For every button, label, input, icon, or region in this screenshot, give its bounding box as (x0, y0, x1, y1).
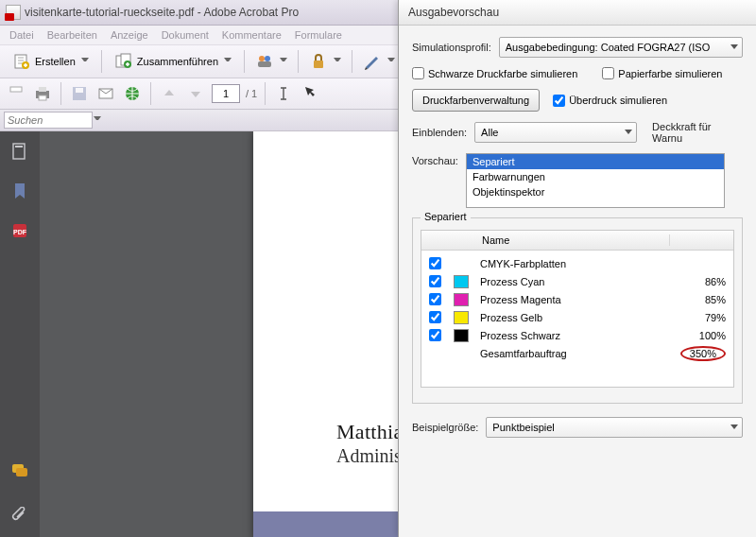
page-total: / 1 (246, 88, 257, 99)
chevron-down-icon (387, 58, 395, 65)
show-combo[interactable]: Alle (474, 122, 637, 143)
combine-label: Zusammenführen (137, 56, 218, 67)
svg-rect-7 (258, 61, 271, 67)
chk-overprint[interactable]: Überdruck simulieren (553, 95, 667, 107)
separations-legend: Separiert (421, 211, 471, 222)
bookmark-panel-icon[interactable] (9, 181, 30, 201)
plate-checkbox[interactable] (429, 275, 441, 287)
separations-table: Name CMYK-FarbplattenProzess Cyan86%Proz… (421, 230, 734, 388)
secure-button[interactable] (304, 48, 346, 75)
samplesize-combo[interactable]: Punktbeispiel (486, 417, 743, 438)
preview-listbox[interactable]: Separiert Farbwarnungen Objektinspektor (466, 153, 725, 208)
people-icon (255, 52, 274, 71)
table-header: Name (421, 231, 733, 251)
chevron-down-icon (334, 58, 341, 65)
plate-name: Prozess Schwarz (474, 330, 671, 341)
svg-point-6 (265, 56, 270, 61)
save-icon[interactable] (69, 83, 90, 104)
window-title: visitenkarte-tutorial-rueckseite.pdf - A… (25, 6, 299, 19)
opacity-label: Deckkraft für Warnu (652, 121, 743, 144)
preview-label: Vorschau: (412, 153, 458, 166)
plate-name: Prozess Gelb (474, 312, 671, 323)
separator (265, 82, 266, 105)
page-number-input[interactable]: 1 (212, 84, 240, 103)
cursor-text-icon[interactable] (273, 83, 294, 104)
attachments-panel-icon[interactable] (9, 506, 30, 527)
color-swatch (454, 311, 469, 324)
color-swatch (454, 275, 469, 288)
simprofile-label: Simulationsprofil: (412, 42, 491, 53)
page-up-icon[interactable] (159, 83, 180, 104)
collaborate-button[interactable] (250, 48, 292, 75)
plate-checkbox[interactable] (429, 293, 441, 305)
separator (244, 50, 245, 73)
plate-value: 100% (671, 330, 733, 341)
web-icon[interactable] (122, 83, 143, 104)
menu-edit[interactable]: Bearbeiten (42, 27, 103, 43)
print-icon[interactable] (6, 83, 26, 104)
plate-name: Gesamtfarbauftrag (474, 348, 671, 359)
combine-button[interactable]: Zusammenführen (108, 48, 238, 75)
separator (101, 50, 102, 73)
separator (150, 82, 151, 105)
pages-panel-icon[interactable] (9, 141, 30, 162)
menu-view[interactable]: Anzeige (105, 27, 154, 43)
printer-icon[interactable] (32, 83, 53, 104)
plate-checkbox[interactable] (429, 329, 441, 341)
ink-manager-button[interactable]: Druckfarbenverwaltung (412, 89, 540, 112)
separations-group: Separiert Name CMYK-FarbplattenProzess C… (412, 217, 743, 404)
menu-comments[interactable]: Kommentare (216, 27, 287, 43)
svg-rect-12 (39, 95, 46, 100)
samplesize-label: Beispielgröße: (412, 422, 478, 433)
menu-file[interactable]: Datei (4, 27, 40, 43)
preview-option-separated[interactable]: Separiert (467, 154, 724, 169)
simprofile-combo[interactable]: Ausgabebedingung: Coated FOGRA27 (ISO (499, 37, 743, 58)
search-input[interactable] (4, 112, 93, 129)
plate-checkbox[interactable] (429, 311, 441, 323)
chk-paper-color[interactable]: Papierfarbe simulieren (602, 67, 722, 79)
combine-icon (114, 52, 133, 71)
chevron-down-icon (94, 116, 101, 124)
page-down-icon[interactable] (185, 83, 206, 104)
plate-value: 85% (671, 294, 733, 305)
create-button[interactable]: Erstellen (6, 48, 95, 75)
pdf-icon (6, 5, 21, 20)
panel-title: Ausgabevorschau (399, 0, 756, 26)
preview-option-colorwarnings[interactable]: Farbwarnungen (467, 169, 724, 184)
pen-icon (363, 52, 382, 71)
svg-rect-18 (15, 146, 23, 147)
plate-value: 350% (671, 346, 733, 361)
svg-rect-14 (76, 88, 83, 93)
chevron-down-icon (224, 58, 232, 65)
col-name: Name (476, 234, 670, 246)
plate-name: CMYK-Farbplatten (474, 258, 671, 269)
chk-black-ink[interactable]: Schwarze Druckfarbe simulieren (412, 67, 577, 79)
color-swatch (454, 329, 469, 342)
lock-icon (309, 52, 328, 71)
svg-text:PDF: PDF (13, 229, 27, 235)
menu-document[interactable]: Dokument (156, 27, 215, 43)
hand-arrow-icon[interactable] (300, 83, 320, 104)
chevron-down-icon (280, 58, 287, 65)
svg-point-5 (259, 56, 265, 61)
menu-forms[interactable]: Formulare (289, 27, 348, 43)
separator (298, 50, 299, 73)
color-swatch (454, 293, 469, 306)
create-label: Erstellen (35, 56, 76, 67)
svg-rect-22 (16, 468, 27, 476)
sign-button[interactable] (358, 48, 400, 75)
plate-checkbox[interactable] (429, 257, 441, 269)
table-row: Prozess Gelb79% (421, 308, 733, 326)
table-row: Gesamtfarbauftrag350% (421, 344, 733, 362)
plate-name: Prozess Magenta (474, 294, 671, 305)
table-row: Prozess Magenta85% (421, 290, 733, 308)
pdf-panel-icon[interactable]: PDF (9, 220, 30, 241)
svg-rect-9 (10, 87, 22, 92)
plate-name: Prozess Cyan (474, 276, 671, 287)
comments-panel-icon[interactable] (9, 460, 30, 481)
nav-sidebar: PDF (0, 131, 40, 537)
show-label: Einblenden: (412, 127, 467, 138)
output-preview-panel: Ausgabevorschau Simulationsprofil: Ausga… (398, 0, 756, 537)
mail-icon[interactable] (95, 83, 116, 104)
preview-option-objectinspector[interactable]: Objektinspektor (467, 184, 724, 199)
